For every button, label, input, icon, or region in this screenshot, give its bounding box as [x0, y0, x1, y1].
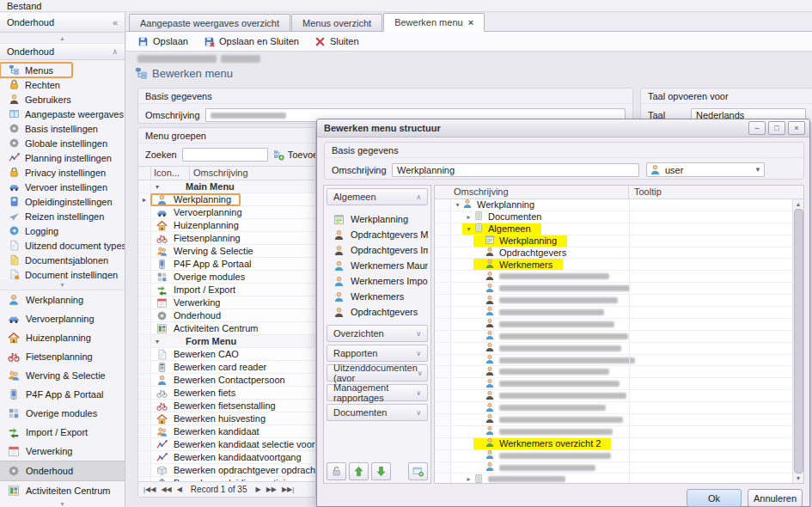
- tree-row[interactable]: [435, 390, 792, 402]
- sidebar-item[interactable]: Document instellingen: [0, 267, 125, 279]
- menu-group-row[interactable]: P4F App & Portaal: [138, 258, 315, 271]
- annuleren-button[interactable]: Annuleren: [748, 489, 803, 507]
- menu-bestand[interactable]: Bestand: [7, 1, 41, 11]
- expander-icon[interactable]: ▾: [151, 183, 163, 191]
- menu-group-row[interactable]: Activiteiten Centrum: [138, 322, 315, 335]
- sidebar-module-item[interactable]: Onderhoud: [0, 461, 125, 481]
- accordion-header[interactable]: Documenten ∨: [327, 404, 428, 421]
- sidebar-item[interactable]: Rechten: [0, 77, 125, 92]
- sidebar-module-item[interactable]: Werkplanning: [0, 290, 125, 309]
- scroll-up-strip[interactable]: ▴: [0, 33, 125, 44]
- menu-group-row[interactable]: Bewerken kandidaat: [138, 425, 315, 438]
- accordion-header[interactable]: Management rapportages ∨: [327, 384, 428, 401]
- expander-icon[interactable]: ▸: [464, 475, 473, 483]
- tree-row[interactable]: [435, 319, 792, 331]
- nav-prev-page-icon[interactable]: ◀◀: [161, 486, 171, 493]
- maximize-icon[interactable]: □: [768, 121, 785, 135]
- tree-row[interactable]: [435, 307, 792, 319]
- sidebar-module-item[interactable]: Import / Export: [0, 423, 125, 442]
- tree-row[interactable]: Opdrachtgevers: [435, 247, 792, 260]
- sidebar-item[interactable]: Gebruikers: [0, 92, 125, 107]
- tree-row[interactable]: [435, 450, 792, 462]
- expander-icon[interactable]: ▾: [151, 338, 163, 345]
- sidebar-item[interactable]: Uitzend document types: [0, 238, 125, 253]
- accordion-list-item[interactable]: Opdrachtgevers Mau...: [327, 227, 428, 242]
- menu-group-row[interactable]: Bewerken kandidaat selectie voortgang: [138, 438, 315, 451]
- sidebar-item[interactable]: Opleidinginstellingen: [0, 194, 125, 209]
- close-icon[interactable]: ×: [468, 18, 473, 27]
- tab[interactable]: Bewerken menu ×: [383, 13, 485, 32]
- accordion-list-item[interactable]: Opdrachtgevers: [327, 304, 428, 320]
- menu-group-row[interactable]: Bewerken opdrachtgever opdracht: [138, 464, 315, 477]
- tree-row[interactable]: [435, 355, 792, 367]
- scroll-down-icon[interactable]: ▼: [796, 475, 802, 481]
- add-window-button[interactable]: [408, 462, 428, 480]
- sidebar-header[interactable]: Onderhoud «: [0, 13, 125, 33]
- menu-group-row[interactable]: Onderhoud: [138, 309, 315, 322]
- menu-group-row[interactable]: Verwerking: [138, 296, 315, 309]
- tree-row[interactable]: Werknemers: [435, 259, 792, 271]
- collapse-left-icon[interactable]: «: [113, 17, 118, 27]
- tree-row[interactable]: ▾ Algemeen: [435, 223, 792, 235]
- menu-group-row[interactable]: Bewerken huisvesting: [138, 412, 315, 425]
- tree-row[interactable]: [435, 402, 792, 414]
- tree-row[interactable]: [435, 331, 792, 343]
- sidebar-module-item[interactable]: Werving & Selectie: [0, 366, 125, 385]
- tree-row[interactable]: [435, 295, 792, 307]
- tree-row[interactable]: Werknemers overzicht 2: [435, 438, 792, 450]
- search-input[interactable]: [182, 148, 268, 162]
- menu-group-row[interactable]: Bewerken CAO: [138, 348, 315, 361]
- sidebar-module-item[interactable]: Overige modules: [0, 404, 125, 423]
- move-up-button[interactable]: [349, 462, 369, 480]
- column-omschrijving[interactable]: Omschrijving: [435, 186, 629, 199]
- sidebar-item[interactable]: Privacy instellingen: [0, 165, 125, 180]
- accordion-header-expanded[interactable]: Algemeen ∧: [327, 188, 428, 205]
- menu-group-row[interactable]: Overige modules: [138, 271, 315, 284]
- menu-group-row[interactable]: Vervoerplanning: [138, 206, 315, 219]
- tree-row[interactable]: [435, 343, 792, 355]
- minimize-icon[interactable]: –: [748, 121, 766, 135]
- sidebar-module-item[interactable]: Vervoerplanning: [0, 309, 125, 328]
- sidebar-section-header[interactable]: Onderhoud ∧: [0, 44, 125, 60]
- toolbar-button[interactable]: Opslaan: [131, 34, 194, 49]
- dialog-title-bar[interactable]: Bewerken menu structuur – □ ×: [317, 119, 809, 137]
- accordion-list-item[interactable]: Werknemers Maurits: [327, 258, 428, 273]
- sidebar-module-item[interactable]: Fietsenplanning: [0, 347, 125, 366]
- menu-group-row[interactable]: Bewerken Contactpersoon: [138, 374, 315, 387]
- scroll-up-icon[interactable]: ▲: [796, 201, 802, 207]
- tab[interactable]: Aangepaste weergaves overzicht ×: [129, 14, 290, 31]
- menu-group-row[interactable]: Huizenplanning: [138, 219, 315, 232]
- menu-group-row[interactable]: Fietsenplanning: [138, 232, 315, 245]
- nav-next-page-icon[interactable]: ▶▶: [266, 486, 277, 493]
- menu-group-row[interactable]: ▾ Main Menu: [138, 180, 315, 193]
- nav-first-icon[interactable]: |◀◀: [143, 486, 156, 493]
- menu-group-row[interactable]: Bewerken card reader: [138, 361, 315, 374]
- vertical-scrollbar[interactable]: ▲ ▼: [792, 199, 803, 483]
- sidebar-item[interactable]: Planning instellingen: [0, 150, 125, 165]
- menu-group-row[interactable]: Bewerken fietsenstalling: [138, 400, 315, 412]
- menu-group-row[interactable]: Werving & Selectie: [138, 245, 315, 258]
- accordion-list-item[interactable]: Werknemers Import ...: [327, 273, 428, 289]
- sidebar-item[interactable]: Vervoer instellingen: [0, 180, 125, 194]
- sidebar-module-item[interactable]: Activiteiten Centrum: [0, 481, 125, 500]
- accordion-header[interactable]: Overzichten ∨: [327, 325, 428, 342]
- tab[interactable]: Menus overzicht ×: [291, 14, 382, 31]
- sidebar-item[interactable]: Aangepaste weergaves: [0, 107, 125, 121]
- tree-row[interactable]: ▸: [435, 473, 792, 483]
- omschrijving-input[interactable]: Werkplanning: [392, 163, 639, 177]
- accordion-list-item[interactable]: Werkplanning: [327, 211, 428, 227]
- menu-group-row[interactable]: ▾ Form Menu: [138, 335, 315, 348]
- sidebar-module-item[interactable]: Huizenplanning: [0, 328, 125, 347]
- scroll-down-strip[interactable]: ▾: [0, 279, 125, 290]
- tree-row[interactable]: [435, 283, 792, 295]
- tree-row[interactable]: [435, 271, 792, 283]
- accordion-list-item[interactable]: Werknemers: [327, 289, 428, 304]
- tree-row[interactable]: [435, 366, 792, 378]
- tree-row[interactable]: [435, 378, 792, 390]
- unlock-button[interactable]: [327, 462, 346, 480]
- toolbar-button[interactable]: Sluiten: [308, 34, 365, 49]
- accordion-list-item[interactable]: Opdrachtgevers Imp...: [327, 242, 428, 258]
- expander-icon[interactable]: ▸: [464, 213, 473, 221]
- nav-next-icon[interactable]: ▶: [255, 486, 260, 493]
- scrollbar-thumb[interactable]: [794, 209, 803, 473]
